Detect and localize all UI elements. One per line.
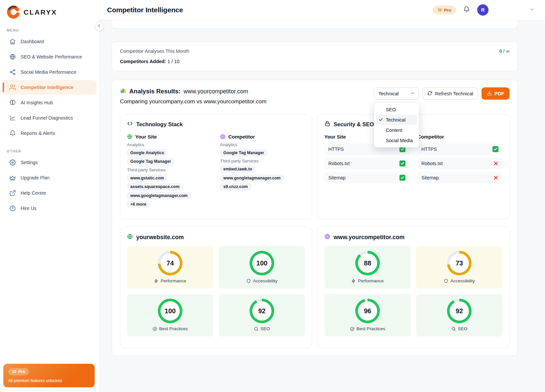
sidebar-item-label: Help Centre bbox=[21, 190, 46, 196]
menu-section-label: MENU bbox=[7, 28, 93, 32]
crown-icon bbox=[12, 369, 16, 373]
pass-check-icon bbox=[399, 160, 405, 166]
analysis-type-dropdown: SEOTechnicalContentSocial Media bbox=[374, 102, 419, 147]
security-row-robots-txt: Robots.txt bbox=[417, 158, 502, 169]
tech-tag: s9.cnzz.com bbox=[220, 183, 251, 190]
sidebar-item-label: AI Insights Hub bbox=[21, 100, 53, 105]
dropdown-option-seo[interactable]: SEO bbox=[376, 104, 417, 115]
target-icon bbox=[324, 234, 330, 240]
dropdown-option-social-media[interactable]: Social Media bbox=[376, 135, 417, 146]
target-icon bbox=[220, 134, 226, 140]
header-actions: Pro R bbox=[433, 4, 535, 16]
crown-icon bbox=[9, 174, 16, 181]
home-icon bbox=[9, 38, 16, 45]
sidebar-item-seo-website-performance[interactable]: SEO & Website Performance bbox=[3, 49, 97, 64]
analysis-url: www.yourcompetitor.com bbox=[183, 88, 248, 95]
security-row-robots-txt: Robots.txt bbox=[324, 158, 409, 169]
pdf-download-button[interactable]: PDF bbox=[482, 87, 509, 100]
pro-card-text: All premium features unlocked bbox=[8, 378, 90, 383]
sidebar-collapse-button[interactable] bbox=[95, 22, 104, 31]
sidebar-item-ai-insights-hub[interactable]: AI Insights Hub bbox=[3, 95, 97, 110]
dropdown-option-technical[interactable]: Technical bbox=[376, 115, 417, 125]
pro-upgrade-card[interactable]: Pro All premium features unlocked bbox=[3, 364, 95, 387]
score-label: Best Practices bbox=[350, 326, 385, 331]
usage-count: 0 / ∞ bbox=[499, 49, 509, 54]
score-value: 96 bbox=[364, 307, 371, 315]
score-gauge: 100 bbox=[158, 299, 182, 323]
sidebar-item-label: SEO & Website Performance bbox=[21, 54, 82, 59]
score-gauge: 92 bbox=[447, 299, 472, 323]
score-value: 73 bbox=[456, 259, 463, 267]
analysis-heading: Analysis Results: www.yourcompetitor.com… bbox=[120, 87, 267, 105]
shield-icon bbox=[246, 279, 251, 283]
user-avatar[interactable]: R bbox=[477, 4, 489, 16]
score-value: 92 bbox=[258, 307, 266, 315]
notifications-bell-button[interactable] bbox=[463, 6, 470, 14]
score-label: Performance bbox=[154, 278, 186, 283]
sidebar-item-label: Social Media Performance bbox=[21, 69, 76, 75]
sidebar-item-help-centre[interactable]: Help Centre bbox=[3, 186, 97, 200]
analysis-type-select[interactable]: Technical bbox=[374, 87, 419, 100]
score-tile-seo: 92SEO bbox=[219, 294, 305, 337]
gear-icon bbox=[9, 159, 16, 166]
download-icon bbox=[487, 91, 492, 96]
bell-icon bbox=[9, 130, 16, 137]
score-value: 100 bbox=[164, 307, 175, 315]
globe-icon bbox=[127, 134, 133, 140]
sidebar-item-label: Settings bbox=[21, 160, 38, 165]
search-icon bbox=[254, 327, 259, 331]
truncated-card bbox=[112, 20, 518, 29]
usage-title: Competitor Analyses This Month bbox=[120, 49, 189, 54]
content-scroll-area[interactable]: Competitor Analyses This Month 0 / ∞ Com… bbox=[100, 20, 545, 392]
sidebar-item-social-media-performance[interactable]: Social Media Performance bbox=[3, 65, 97, 79]
competitor-scores-card: www.yourcompetitor.com 88Performance73Ac… bbox=[317, 227, 509, 348]
usage-summary-card: Competitor Analyses This Month 0 / ∞ Com… bbox=[112, 42, 518, 71]
refresh-button[interactable]: Refresh Technical bbox=[422, 87, 478, 100]
fail-x-icon bbox=[493, 175, 498, 180]
pro-card-badge: Pro bbox=[8, 368, 29, 375]
sidebar-item-competitor-intelligence[interactable]: Competitor Intelligence bbox=[3, 80, 97, 95]
analysis-results-card: Analysis Results: www.yourcompetitor.com… bbox=[112, 80, 518, 356]
pass-check-icon bbox=[399, 175, 405, 181]
tech-stack-title: Technology Stack bbox=[136, 121, 183, 128]
code-icon bbox=[127, 121, 133, 127]
score-value: 92 bbox=[456, 307, 463, 315]
zap-icon bbox=[154, 279, 159, 283]
refresh-icon bbox=[427, 91, 432, 96]
analysis-title: Analysis Results: bbox=[129, 88, 180, 95]
score-tile-performance: 74Performance bbox=[127, 246, 213, 289]
score-label: SEO bbox=[451, 326, 468, 331]
globe-icon bbox=[9, 53, 16, 60]
your-site-url: yourwebsite.com bbox=[136, 234, 184, 241]
main-area: Competitor Intelligence Pro R bbox=[100, 0, 545, 392]
sidebar-item-dashboard[interactable]: Dashboard bbox=[3, 34, 97, 49]
user-menu-chevron-down-icon[interactable] bbox=[529, 6, 535, 14]
check-icon bbox=[379, 117, 383, 122]
score-value: 100 bbox=[256, 259, 267, 267]
sidebar-item-hire-us[interactable]: Hire Us bbox=[3, 201, 97, 216]
brain-icon bbox=[9, 99, 16, 106]
tech-stack-column-your-site: Your SiteAnalyticsGoogle AnalyticsGoogle… bbox=[127, 134, 212, 209]
sidebar-item-reports-alerts[interactable]: Reports & Alerts bbox=[3, 126, 97, 141]
sidebar-item-upgrade-plan[interactable]: Upgrade Plan bbox=[3, 170, 97, 185]
chevron-down-icon bbox=[529, 6, 535, 12]
sidebar-menu: DashboardSEO & Website PerformanceSocial… bbox=[0, 34, 99, 141]
security-col-title: Competitor bbox=[417, 134, 502, 140]
sidebar: CLARYX MENU DashboardSEO & Website Perfo… bbox=[0, 0, 100, 392]
search-icon bbox=[451, 327, 456, 331]
comparing-line: Comparing yourcompany.com vs www.yourcom… bbox=[120, 98, 267, 105]
sidebar-item-settings[interactable]: Settings bbox=[3, 155, 97, 170]
sidebar-item-label: Competitor Intelligence bbox=[21, 85, 73, 90]
brand-name: CLARYX bbox=[24, 8, 57, 16]
tech-tag: Google Tag Manager bbox=[220, 149, 268, 156]
sidebar-item-label: Dashboard bbox=[21, 39, 44, 44]
check-circle-icon bbox=[350, 327, 355, 331]
score-tile-seo: 92SEO bbox=[416, 294, 502, 337]
score-tile-accessibility: 73Accessibility bbox=[416, 246, 502, 289]
score-gauge: 96 bbox=[355, 299, 380, 323]
sidebar-item-lead-funnel-diagnostics[interactable]: Lead Funnel Diagnostics bbox=[3, 111, 97, 125]
users-icon bbox=[9, 84, 16, 91]
score-tile-performance: 88Performance bbox=[324, 246, 411, 289]
score-label: SEO bbox=[254, 326, 270, 331]
dropdown-option-content[interactable]: Content bbox=[376, 125, 417, 135]
